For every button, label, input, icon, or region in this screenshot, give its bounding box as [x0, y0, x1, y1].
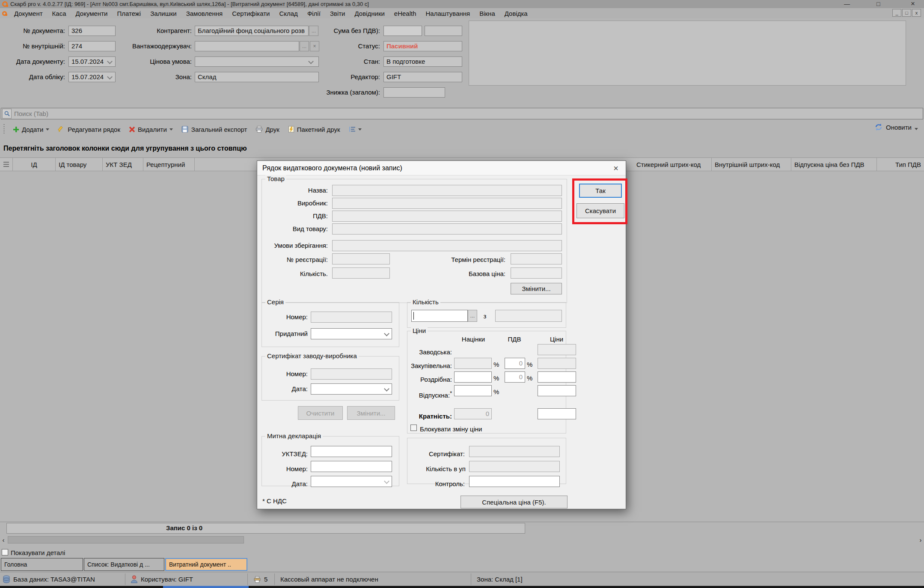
multiplicity-field[interactable]: 0	[454, 408, 492, 419]
horizontal-scrollbar[interactable]: ‹ ›	[0, 536, 924, 544]
name-field[interactable]	[332, 185, 562, 196]
quantity-input[interactable]	[411, 310, 468, 322]
cert-clear-button[interactable]: Очистити	[298, 406, 343, 420]
doc-number-field[interactable]: 326	[68, 26, 116, 36]
menu-documents[interactable]: Документи	[71, 10, 112, 17]
kind-field[interactable]	[332, 223, 562, 235]
menu-windows[interactable]: Вікна	[475, 10, 500, 17]
special-price-button[interactable]: Спеціальна ціна (F5).	[461, 496, 567, 508]
seria-valid-dropdown[interactable]	[311, 328, 392, 339]
retail-markup-field[interactable]	[454, 371, 492, 383]
scroll-right-arrow[interactable]: ›	[917, 536, 924, 544]
batch-print-button[interactable]: Пакетний друк	[284, 123, 344, 136]
column-header-vat-type[interactable]: Тип ПДВ	[877, 158, 924, 171]
base-price-field[interactable]	[511, 267, 562, 279]
internal-number-field[interactable]: 274	[68, 41, 116, 51]
selling-price-field[interactable]	[538, 385, 576, 396]
retail-price-field[interactable]	[538, 371, 576, 383]
maximize-button[interactable]: □	[876, 0, 880, 7]
price-condition-dropdown[interactable]	[195, 56, 319, 67]
cert-change-button[interactable]: Змінити...	[347, 406, 395, 420]
vat-field[interactable]	[332, 211, 562, 222]
seria-number-field[interactable]	[311, 312, 392, 323]
sum-no-vat-field-2[interactable]	[425, 26, 462, 36]
extra-price-field[interactable]	[538, 408, 576, 419]
storage-field[interactable]	[332, 240, 562, 251]
column-header-item-id[interactable]: ІД товару	[56, 158, 103, 171]
mdi-close-button[interactable]: x	[912, 9, 921, 17]
selling-markup-field[interactable]	[454, 385, 492, 396]
mdi-restore-button[interactable]: □	[902, 9, 911, 17]
menu-kasa[interactable]: Каса	[48, 10, 71, 17]
change-product-button[interactable]: Змінити...	[511, 283, 562, 294]
qty-in-pack-field[interactable]	[469, 461, 560, 472]
customs-number-field[interactable]	[311, 461, 392, 472]
purchase-price-field[interactable]	[538, 358, 576, 369]
edit-row-button[interactable]: Редагувати рядок	[54, 123, 124, 136]
search-input[interactable]	[13, 110, 923, 118]
tab-main[interactable]: Головна	[1, 558, 83, 571]
column-header-sticker-barcode[interactable]: Стикерний штрих-код	[633, 158, 712, 171]
add-button[interactable]: Додати	[9, 123, 53, 136]
sum-no-vat-field-1[interactable]	[383, 26, 422, 36]
contractor-field[interactable]: Благодійний фонд соціального розв	[195, 26, 309, 36]
dialog-title-bar[interactable]: Рядок видаткового документа (новий запис…	[257, 161, 626, 175]
dialog-close-button[interactable]: ×	[610, 163, 621, 174]
scroll-left-arrow[interactable]: ‹	[0, 536, 7, 544]
menu-certificates[interactable]: Сертифікати	[227, 10, 274, 17]
discount-field[interactable]	[383, 87, 445, 98]
view-options-button[interactable]	[345, 123, 365, 136]
reg-number-field[interactable]	[332, 253, 390, 264]
purchase-markup-field[interactable]	[454, 358, 492, 369]
certificate-field[interactable]	[469, 446, 560, 457]
menu-document[interactable]: Документ	[9, 10, 48, 17]
menu-ehealth[interactable]: eHealth	[389, 10, 421, 17]
customs-ukt-field[interactable]	[311, 446, 392, 457]
quantity-info-field[interactable]	[332, 267, 390, 279]
consignee-lookup-button[interactable]: ...	[300, 41, 309, 51]
purchase-vat-field[interactable]: 0	[505, 358, 525, 369]
row-indicator-column-header[interactable]	[0, 158, 13, 171]
menu-stock[interactable]: Залишки	[146, 10, 181, 17]
menu-help[interactable]: Довідка	[500, 10, 532, 17]
column-header-price-no-vat[interactable]: Відпускна ціна без ПДВ	[791, 158, 877, 171]
consignee-field[interactable]	[195, 41, 299, 51]
minimize-button[interactable]: —	[844, 0, 850, 7]
customs-date-dropdown[interactable]	[311, 476, 392, 487]
quantity-lookup-button[interactable]: ...	[468, 310, 477, 322]
producer-field[interactable]	[332, 198, 562, 209]
menu-settings[interactable]: Налаштування	[421, 10, 475, 17]
lock-price-checkbox[interactable]	[410, 425, 417, 431]
column-header-ukt[interactable]: УКТ ЗЕД	[103, 158, 143, 171]
cert-number-field[interactable]	[311, 368, 392, 380]
menu-warehouse[interactable]: Склад	[274, 10, 302, 17]
close-button[interactable]: ×	[911, 0, 915, 7]
refresh-button[interactable]: Оновити	[874, 123, 918, 131]
ok-button[interactable]: Так	[579, 184, 622, 198]
print-button[interactable]: Друк	[252, 123, 283, 136]
menu-orders[interactable]: Замовлення	[181, 10, 227, 17]
delete-button[interactable]: Видалити	[125, 123, 177, 136]
zone-field[interactable]: Склад	[195, 72, 319, 82]
show-details-checkbox[interactable]	[2, 549, 8, 555]
group-by-hint[interactable]: Перетягніть заголовок колонки сюди для у…	[0, 142, 924, 155]
export-button[interactable]: Загальний експорт	[178, 123, 251, 136]
column-header-inner-barcode[interactable]: Внутрішній штрих-код	[712, 158, 791, 171]
column-header-id[interactable]: ІД	[13, 158, 56, 171]
cancel-button[interactable]: Скасувати	[576, 203, 624, 218]
tab-expense-list[interactable]: Список: Видаткові д ...	[84, 558, 164, 571]
menu-payments[interactable]: Платежі	[112, 10, 146, 17]
column-header-recipe[interactable]: Рецептурний	[143, 158, 195, 171]
mdi-minimize-button[interactable]: _	[892, 9, 901, 17]
menu-reports[interactable]: Звіти	[325, 10, 350, 17]
cash-register-status: Кассовый аппарат не подключен	[280, 572, 378, 586]
toolbar-grip-handle[interactable]	[3, 124, 5, 134]
reg-term-field[interactable]	[511, 253, 562, 264]
menu-directories[interactable]: Довідники	[350, 10, 389, 17]
tab-expense-document[interactable]: Витратний документ ..	[165, 558, 247, 571]
retail-vat-field[interactable]: 0	[505, 371, 525, 383]
menu-branches[interactable]: Філії	[303, 10, 325, 17]
scrollbar-thumb[interactable]	[8, 536, 244, 543]
control-field[interactable]	[469, 476, 560, 487]
cert-date-dropdown[interactable]	[311, 383, 392, 395]
